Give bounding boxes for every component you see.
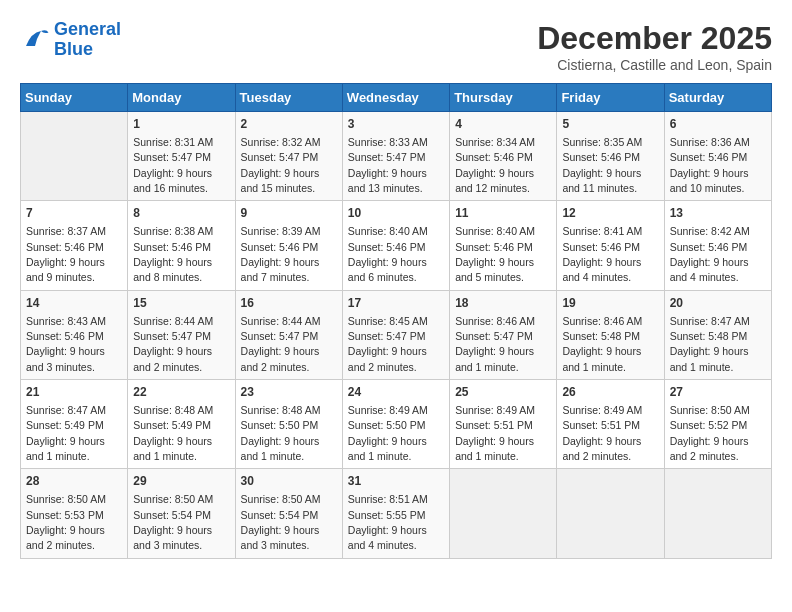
day-number: 9 (241, 205, 337, 222)
calendar-table: SundayMondayTuesdayWednesdayThursdayFrid… (20, 83, 772, 559)
calendar-cell (21, 112, 128, 201)
calendar-cell: 8Sunrise: 8:38 AM Sunset: 5:46 PM Daylig… (128, 201, 235, 290)
day-number: 7 (26, 205, 122, 222)
day-info: Sunrise: 8:45 AM Sunset: 5:47 PM Dayligh… (348, 315, 428, 373)
calendar-cell: 11Sunrise: 8:40 AM Sunset: 5:46 PM Dayli… (450, 201, 557, 290)
day-number: 2 (241, 116, 337, 133)
calendar-cell (450, 469, 557, 558)
day-header-sunday: Sunday (21, 84, 128, 112)
day-number: 11 (455, 205, 551, 222)
week-row-3: 14Sunrise: 8:43 AM Sunset: 5:46 PM Dayli… (21, 290, 772, 379)
calendar-cell: 3Sunrise: 8:33 AM Sunset: 5:47 PM Daylig… (342, 112, 449, 201)
day-number: 10 (348, 205, 444, 222)
day-number: 29 (133, 473, 229, 490)
calendar-cell: 2Sunrise: 8:32 AM Sunset: 5:47 PM Daylig… (235, 112, 342, 201)
location-subtitle: Cistierna, Castille and Leon, Spain (537, 57, 772, 73)
day-number: 26 (562, 384, 658, 401)
calendar-cell: 1Sunrise: 8:31 AM Sunset: 5:47 PM Daylig… (128, 112, 235, 201)
calendar-cell: 25Sunrise: 8:49 AM Sunset: 5:51 PM Dayli… (450, 380, 557, 469)
calendar-header-row: SundayMondayTuesdayWednesdayThursdayFrid… (21, 84, 772, 112)
day-number: 30 (241, 473, 337, 490)
day-number: 5 (562, 116, 658, 133)
day-number: 12 (562, 205, 658, 222)
calendar-cell: 27Sunrise: 8:50 AM Sunset: 5:52 PM Dayli… (664, 380, 771, 469)
day-info: Sunrise: 8:46 AM Sunset: 5:48 PM Dayligh… (562, 315, 642, 373)
day-number: 16 (241, 295, 337, 312)
day-header-wednesday: Wednesday (342, 84, 449, 112)
week-row-2: 7Sunrise: 8:37 AM Sunset: 5:46 PM Daylig… (21, 201, 772, 290)
day-info: Sunrise: 8:34 AM Sunset: 5:46 PM Dayligh… (455, 136, 535, 194)
logo: General Blue (20, 20, 121, 60)
day-number: 31 (348, 473, 444, 490)
day-number: 20 (670, 295, 766, 312)
day-number: 4 (455, 116, 551, 133)
calendar-cell (557, 469, 664, 558)
month-title: December 2025 (537, 20, 772, 57)
day-number: 3 (348, 116, 444, 133)
calendar-cell: 14Sunrise: 8:43 AM Sunset: 5:46 PM Dayli… (21, 290, 128, 379)
day-info: Sunrise: 8:49 AM Sunset: 5:50 PM Dayligh… (348, 404, 428, 462)
day-info: Sunrise: 8:32 AM Sunset: 5:47 PM Dayligh… (241, 136, 321, 194)
day-info: Sunrise: 8:41 AM Sunset: 5:46 PM Dayligh… (562, 225, 642, 283)
calendar-cell (664, 469, 771, 558)
day-info: Sunrise: 8:42 AM Sunset: 5:46 PM Dayligh… (670, 225, 750, 283)
day-number: 27 (670, 384, 766, 401)
calendar-cell: 5Sunrise: 8:35 AM Sunset: 5:46 PM Daylig… (557, 112, 664, 201)
day-info: Sunrise: 8:49 AM Sunset: 5:51 PM Dayligh… (455, 404, 535, 462)
calendar-cell: 16Sunrise: 8:44 AM Sunset: 5:47 PM Dayli… (235, 290, 342, 379)
day-info: Sunrise: 8:47 AM Sunset: 5:49 PM Dayligh… (26, 404, 106, 462)
calendar-cell: 31Sunrise: 8:51 AM Sunset: 5:55 PM Dayli… (342, 469, 449, 558)
calendar-cell: 22Sunrise: 8:48 AM Sunset: 5:49 PM Dayli… (128, 380, 235, 469)
week-row-5: 28Sunrise: 8:50 AM Sunset: 5:53 PM Dayli… (21, 469, 772, 558)
day-info: Sunrise: 8:40 AM Sunset: 5:46 PM Dayligh… (348, 225, 428, 283)
day-info: Sunrise: 8:37 AM Sunset: 5:46 PM Dayligh… (26, 225, 106, 283)
day-info: Sunrise: 8:36 AM Sunset: 5:46 PM Dayligh… (670, 136, 750, 194)
day-number: 19 (562, 295, 658, 312)
calendar-cell: 4Sunrise: 8:34 AM Sunset: 5:46 PM Daylig… (450, 112, 557, 201)
day-info: Sunrise: 8:50 AM Sunset: 5:54 PM Dayligh… (241, 493, 321, 551)
day-info: Sunrise: 8:43 AM Sunset: 5:46 PM Dayligh… (26, 315, 106, 373)
day-info: Sunrise: 8:44 AM Sunset: 5:47 PM Dayligh… (241, 315, 321, 373)
day-number: 23 (241, 384, 337, 401)
day-info: Sunrise: 8:47 AM Sunset: 5:48 PM Dayligh… (670, 315, 750, 373)
calendar-cell: 9Sunrise: 8:39 AM Sunset: 5:46 PM Daylig… (235, 201, 342, 290)
day-info: Sunrise: 8:51 AM Sunset: 5:55 PM Dayligh… (348, 493, 428, 551)
day-number: 13 (670, 205, 766, 222)
day-info: Sunrise: 8:50 AM Sunset: 5:52 PM Dayligh… (670, 404, 750, 462)
week-row-1: 1Sunrise: 8:31 AM Sunset: 5:47 PM Daylig… (21, 112, 772, 201)
day-info: Sunrise: 8:46 AM Sunset: 5:47 PM Dayligh… (455, 315, 535, 373)
day-number: 14 (26, 295, 122, 312)
day-info: Sunrise: 8:50 AM Sunset: 5:53 PM Dayligh… (26, 493, 106, 551)
day-number: 17 (348, 295, 444, 312)
calendar-cell: 23Sunrise: 8:48 AM Sunset: 5:50 PM Dayli… (235, 380, 342, 469)
day-info: Sunrise: 8:39 AM Sunset: 5:46 PM Dayligh… (241, 225, 321, 283)
day-number: 1 (133, 116, 229, 133)
day-number: 8 (133, 205, 229, 222)
day-header-friday: Friday (557, 84, 664, 112)
day-info: Sunrise: 8:38 AM Sunset: 5:46 PM Dayligh… (133, 225, 213, 283)
logo-text: General Blue (54, 20, 121, 60)
day-header-monday: Monday (128, 84, 235, 112)
day-info: Sunrise: 8:44 AM Sunset: 5:47 PM Dayligh… (133, 315, 213, 373)
day-number: 15 (133, 295, 229, 312)
day-header-saturday: Saturday (664, 84, 771, 112)
day-info: Sunrise: 8:35 AM Sunset: 5:46 PM Dayligh… (562, 136, 642, 194)
day-number: 6 (670, 116, 766, 133)
calendar-cell: 17Sunrise: 8:45 AM Sunset: 5:47 PM Dayli… (342, 290, 449, 379)
day-info: Sunrise: 8:40 AM Sunset: 5:46 PM Dayligh… (455, 225, 535, 283)
day-number: 22 (133, 384, 229, 401)
day-header-tuesday: Tuesday (235, 84, 342, 112)
calendar-cell: 29Sunrise: 8:50 AM Sunset: 5:54 PM Dayli… (128, 469, 235, 558)
calendar-cell: 18Sunrise: 8:46 AM Sunset: 5:47 PM Dayli… (450, 290, 557, 379)
title-block: December 2025 Cistierna, Castille and Le… (537, 20, 772, 73)
calendar-cell: 26Sunrise: 8:49 AM Sunset: 5:51 PM Dayli… (557, 380, 664, 469)
day-number: 25 (455, 384, 551, 401)
calendar-cell: 20Sunrise: 8:47 AM Sunset: 5:48 PM Dayli… (664, 290, 771, 379)
calendar-cell: 12Sunrise: 8:41 AM Sunset: 5:46 PM Dayli… (557, 201, 664, 290)
day-info: Sunrise: 8:49 AM Sunset: 5:51 PM Dayligh… (562, 404, 642, 462)
calendar-cell: 21Sunrise: 8:47 AM Sunset: 5:49 PM Dayli… (21, 380, 128, 469)
calendar-cell: 15Sunrise: 8:44 AM Sunset: 5:47 PM Dayli… (128, 290, 235, 379)
day-info: Sunrise: 8:31 AM Sunset: 5:47 PM Dayligh… (133, 136, 213, 194)
calendar-cell: 19Sunrise: 8:46 AM Sunset: 5:48 PM Dayli… (557, 290, 664, 379)
calendar-cell: 6Sunrise: 8:36 AM Sunset: 5:46 PM Daylig… (664, 112, 771, 201)
